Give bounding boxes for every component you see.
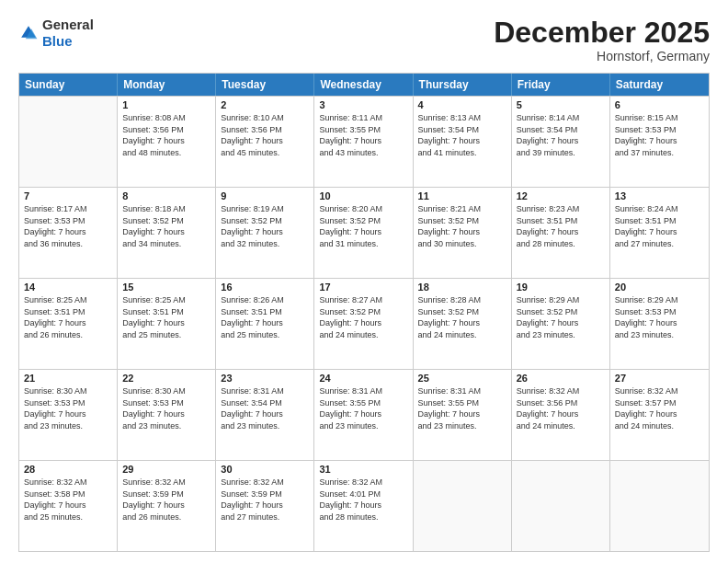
cal-cell: 22Sunrise: 8:30 AM Sunset: 3:53 PM Dayli…	[118, 370, 216, 460]
cell-date: 5	[517, 99, 605, 110]
cell-info: Sunrise: 8:32 AM Sunset: 3:56 PM Dayligh…	[517, 385, 605, 431]
cal-cell: 29Sunrise: 8:32 AM Sunset: 3:59 PM Dayli…	[118, 461, 216, 551]
cell-date: 16	[221, 282, 309, 293]
cell-date: 6	[615, 99, 704, 110]
cell-date: 20	[615, 282, 704, 293]
cal-cell: 27Sunrise: 8:32 AM Sunset: 3:57 PM Dayli…	[610, 370, 709, 460]
month-title: December 2025	[494, 17, 710, 49]
cell-info: Sunrise: 8:24 AM Sunset: 3:51 PM Dayligh…	[615, 203, 704, 249]
cal-cell: 13Sunrise: 8:24 AM Sunset: 3:51 PM Dayli…	[610, 188, 709, 278]
cell-date: 15	[122, 282, 210, 293]
location: Hornstorf, Germany	[494, 49, 710, 63]
cell-date: 13	[615, 190, 704, 201]
cell-date: 26	[517, 373, 605, 384]
cal-cell: 9Sunrise: 8:19 AM Sunset: 3:52 PM Daylig…	[216, 188, 314, 278]
cell-date: 11	[418, 190, 506, 201]
day-header-tuesday: Tuesday	[216, 74, 314, 96]
cell-info: Sunrise: 8:30 AM Sunset: 3:53 PM Dayligh…	[24, 385, 112, 431]
day-header-friday: Friday	[512, 74, 610, 96]
cell-info: Sunrise: 8:17 AM Sunset: 3:53 PM Dayligh…	[24, 203, 112, 249]
cell-date: 9	[221, 190, 309, 201]
cal-cell: 12Sunrise: 8:23 AM Sunset: 3:51 PM Dayli…	[512, 188, 610, 278]
cell-info: Sunrise: 8:27 AM Sunset: 3:52 PM Dayligh…	[319, 294, 407, 340]
cal-cell: 28Sunrise: 8:32 AM Sunset: 3:58 PM Dayli…	[19, 461, 118, 551]
cal-cell: 15Sunrise: 8:25 AM Sunset: 3:51 PM Dayli…	[118, 279, 216, 369]
cell-info: Sunrise: 8:10 AM Sunset: 3:56 PM Dayligh…	[221, 112, 309, 158]
logo: General Blue	[18, 17, 94, 50]
cell-info: Sunrise: 8:25 AM Sunset: 3:51 PM Dayligh…	[24, 294, 112, 340]
cell-date: 14	[24, 282, 112, 293]
cal-cell	[512, 461, 610, 551]
cell-info: Sunrise: 8:32 AM Sunset: 3:59 PM Dayligh…	[122, 477, 210, 523]
week-row-4: 21Sunrise: 8:30 AM Sunset: 3:53 PM Dayli…	[19, 369, 709, 460]
cell-date: 22	[122, 373, 210, 384]
cal-cell: 4Sunrise: 8:13 AM Sunset: 3:54 PM Daylig…	[414, 97, 512, 187]
cal-cell: 14Sunrise: 8:25 AM Sunset: 3:51 PM Dayli…	[19, 279, 118, 369]
cal-cell: 8Sunrise: 8:18 AM Sunset: 3:52 PM Daylig…	[118, 188, 216, 278]
cal-cell: 30Sunrise: 8:32 AM Sunset: 3:59 PM Dayli…	[216, 461, 314, 551]
cal-cell: 26Sunrise: 8:32 AM Sunset: 3:56 PM Dayli…	[512, 370, 610, 460]
cell-info: Sunrise: 8:21 AM Sunset: 3:52 PM Dayligh…	[418, 203, 506, 249]
day-header-saturday: Saturday	[610, 74, 709, 96]
cell-date: 7	[24, 190, 112, 201]
day-header-thursday: Thursday	[414, 74, 512, 96]
cell-info: Sunrise: 8:30 AM Sunset: 3:53 PM Dayligh…	[122, 385, 210, 431]
day-header-wednesday: Wednesday	[314, 74, 413, 96]
cal-cell: 31Sunrise: 8:32 AM Sunset: 4:01 PM Dayli…	[314, 461, 413, 551]
cell-date: 18	[418, 282, 506, 293]
cell-date: 8	[122, 190, 210, 201]
cell-info: Sunrise: 8:23 AM Sunset: 3:51 PM Dayligh…	[517, 203, 605, 249]
cell-info: Sunrise: 8:32 AM Sunset: 3:59 PM Dayligh…	[221, 477, 309, 523]
cell-date: 21	[24, 373, 112, 384]
cell-date: 2	[221, 99, 309, 110]
day-header-sunday: Sunday	[19, 74, 118, 96]
week-row-3: 14Sunrise: 8:25 AM Sunset: 3:51 PM Dayli…	[19, 278, 709, 369]
cell-info: Sunrise: 8:11 AM Sunset: 3:55 PM Dayligh…	[319, 112, 407, 158]
cell-info: Sunrise: 8:31 AM Sunset: 3:55 PM Dayligh…	[319, 385, 407, 431]
cal-cell	[610, 461, 709, 551]
calendar-body: 1Sunrise: 8:08 AM Sunset: 3:56 PM Daylig…	[19, 96, 709, 551]
cell-info: Sunrise: 8:29 AM Sunset: 3:52 PM Dayligh…	[517, 294, 605, 340]
cell-info: Sunrise: 8:08 AM Sunset: 3:56 PM Dayligh…	[122, 112, 210, 158]
cell-info: Sunrise: 8:31 AM Sunset: 3:55 PM Dayligh…	[418, 385, 506, 431]
cell-date: 17	[319, 282, 407, 293]
cal-cell: 17Sunrise: 8:27 AM Sunset: 3:52 PM Dayli…	[314, 279, 413, 369]
cell-date: 4	[418, 99, 506, 110]
cell-info: Sunrise: 8:28 AM Sunset: 3:52 PM Dayligh…	[418, 294, 506, 340]
logo-text: General Blue	[42, 17, 94, 50]
cell-date: 28	[24, 464, 112, 475]
cal-cell: 5Sunrise: 8:14 AM Sunset: 3:54 PM Daylig…	[512, 97, 610, 187]
cell-date: 24	[319, 373, 407, 384]
cell-date: 25	[418, 373, 506, 384]
cell-info: Sunrise: 8:20 AM Sunset: 3:52 PM Dayligh…	[319, 203, 407, 249]
cell-date: 12	[517, 190, 605, 201]
cal-cell: 2Sunrise: 8:10 AM Sunset: 3:56 PM Daylig…	[216, 97, 314, 187]
cell-info: Sunrise: 8:13 AM Sunset: 3:54 PM Dayligh…	[418, 112, 506, 158]
cell-info: Sunrise: 8:15 AM Sunset: 3:53 PM Dayligh…	[615, 112, 704, 158]
cal-cell: 1Sunrise: 8:08 AM Sunset: 3:56 PM Daylig…	[118, 97, 216, 187]
cell-date: 29	[122, 464, 210, 475]
cal-cell	[19, 97, 118, 187]
cal-cell: 11Sunrise: 8:21 AM Sunset: 3:52 PM Dayli…	[414, 188, 512, 278]
cell-date: 19	[517, 282, 605, 293]
cal-cell: 24Sunrise: 8:31 AM Sunset: 3:55 PM Dayli…	[314, 370, 413, 460]
cal-cell	[414, 461, 512, 551]
calendar-header-row: SundayMondayTuesdayWednesdayThursdayFrid…	[19, 74, 709, 96]
cell-date: 31	[319, 464, 407, 475]
cell-info: Sunrise: 8:19 AM Sunset: 3:52 PM Dayligh…	[221, 203, 309, 249]
cal-cell: 25Sunrise: 8:31 AM Sunset: 3:55 PM Dayli…	[414, 370, 512, 460]
cell-info: Sunrise: 8:32 AM Sunset: 3:57 PM Dayligh…	[615, 385, 704, 431]
cell-date: 10	[319, 190, 407, 201]
cell-info: Sunrise: 8:29 AM Sunset: 3:53 PM Dayligh…	[615, 294, 704, 340]
cell-date: 3	[319, 99, 407, 110]
cell-date: 27	[615, 373, 704, 384]
cell-info: Sunrise: 8:25 AM Sunset: 3:51 PM Dayligh…	[122, 294, 210, 340]
cell-date: 30	[221, 464, 309, 475]
cal-cell: 18Sunrise: 8:28 AM Sunset: 3:52 PM Dayli…	[414, 279, 512, 369]
cell-info: Sunrise: 8:14 AM Sunset: 3:54 PM Dayligh…	[517, 112, 605, 158]
cal-cell: 10Sunrise: 8:20 AM Sunset: 3:52 PM Dayli…	[314, 188, 413, 278]
cal-cell: 6Sunrise: 8:15 AM Sunset: 3:53 PM Daylig…	[610, 97, 709, 187]
header: General Blue December 2025 Hornstorf, Ge…	[18, 17, 710, 63]
cell-info: Sunrise: 8:18 AM Sunset: 3:52 PM Dayligh…	[122, 203, 210, 249]
week-row-1: 1Sunrise: 8:08 AM Sunset: 3:56 PM Daylig…	[19, 96, 709, 187]
